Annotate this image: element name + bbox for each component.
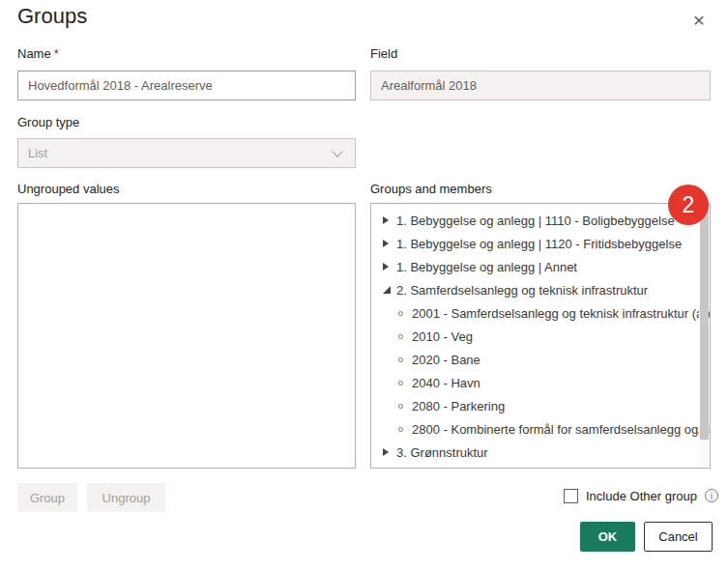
ungrouped-values-listbox[interactable] <box>17 203 356 469</box>
scrollbar-thumb[interactable] <box>700 205 709 440</box>
name-label-text: Name <box>17 46 51 61</box>
group-row-label: 3. Grønnstruktur <box>396 445 488 460</box>
group-row[interactable]: 1. Bebyggelse og anlegg | 1110 - Boligbe… <box>371 209 710 232</box>
group-button: Group <box>17 483 77 512</box>
member-bullet-icon <box>398 404 403 409</box>
field-input <box>370 71 711 100</box>
group-row-label: 1. Bebyggelse og anlegg | Annet <box>396 260 577 274</box>
include-other-checkbox[interactable] <box>564 489 578 503</box>
member-row-label: 2040 - Havn <box>412 376 480 390</box>
member-row[interactable]: 2010 - Veg <box>371 325 710 348</box>
groups-dialog: Groups × Name* Field Group type List Ung… <box>0 0 728 570</box>
dialog-title: Groups <box>17 4 87 29</box>
field-label: Field <box>370 46 397 61</box>
name-input[interactable] <box>17 71 356 100</box>
member-row[interactable]: 2080 - Parkering <box>371 394 710 417</box>
groups-members-listbox[interactable]: 1. Bebyggelse og anlegg | 1110 - Boligbe… <box>370 203 711 469</box>
group-row[interactable]: 1. Bebyggelse og anlegg | 1120 - Fritids… <box>371 232 710 255</box>
group-row[interactable]: 1. Bebyggelse og anlegg | Annet <box>371 255 710 278</box>
member-row-label: 2020 - Bane <box>412 353 480 367</box>
member-row[interactable]: 2001 - Samferdselsanlegg og teknisk infr… <box>371 301 710 325</box>
member-bullet-icon <box>398 427 403 432</box>
ungroup-button: Ungroup <box>87 483 165 512</box>
expanded-triangle-icon[interactable] <box>383 286 391 294</box>
member-row[interactable]: 2020 - Bane <box>371 348 710 371</box>
group-row-label: 2. Samferdselsanlegg og teknisk infrastr… <box>396 283 648 298</box>
info-icon[interactable]: i <box>705 489 718 502</box>
collapsed-triangle-icon[interactable] <box>383 216 389 224</box>
ungrouped-values-label: Ungrouped values <box>17 182 120 196</box>
group-type-label: Group type <box>17 115 79 129</box>
required-asterisk: * <box>54 46 59 61</box>
member-bullet-icon <box>398 334 403 339</box>
groups-tree: 1. Bebyggelse og anlegg | 1110 - Boligbe… <box>371 204 710 468</box>
groups-members-label: Groups and members <box>370 182 492 196</box>
member-bullet-icon <box>398 357 403 362</box>
vertical-scrollbar[interactable] <box>699 205 709 467</box>
member-row-label: 2010 - Veg <box>412 329 473 344</box>
group-row-label: 1. Bebyggelse og anlegg | 1110 - Boligbe… <box>396 214 675 228</box>
member-row-label: 2001 - Samferdselsanlegg og teknisk infr… <box>412 306 710 321</box>
name-label: Name* <box>17 46 59 61</box>
member-row-label: 2080 - Parkering <box>412 399 505 413</box>
collapsed-triangle-icon[interactable] <box>383 448 389 456</box>
include-other-label: Include Other group <box>586 489 697 503</box>
group-row[interactable]: 3. Grønnstruktur <box>371 441 710 464</box>
member-row[interactable]: 2800 - Kombinerte formål for samferdsels… <box>371 417 710 441</box>
group-row-label: 1. Bebyggelse og anlegg | 1120 - Fritids… <box>396 237 682 251</box>
group-type-dropdown: List <box>17 138 356 168</box>
annotation-badge: 2 <box>668 185 709 225</box>
include-other-group-row: Include Other group i <box>564 486 718 505</box>
member-row[interactable]: 2040 - Havn <box>371 371 710 394</box>
collapsed-triangle-icon[interactable] <box>383 263 389 271</box>
ok-button[interactable]: OK <box>580 522 635 552</box>
member-bullet-icon <box>398 311 403 316</box>
group-type-value: List <box>28 146 47 160</box>
cancel-button[interactable]: Cancel <box>644 522 713 552</box>
member-bullet-icon <box>398 381 403 385</box>
group-row-expanded[interactable]: 2. Samferdselsanlegg og teknisk infrastr… <box>371 278 710 301</box>
chevron-down-icon <box>332 146 342 157</box>
collapsed-triangle-icon[interactable] <box>383 240 389 247</box>
close-icon[interactable]: × <box>684 6 713 35</box>
member-row-label: 2800 - Kombinerte formål for samferdsels… <box>412 422 710 437</box>
